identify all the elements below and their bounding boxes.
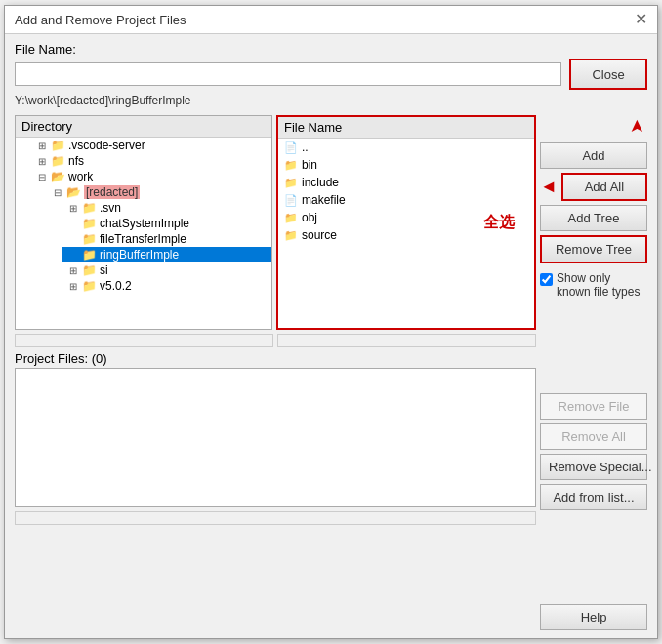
add-from-list-button[interactable]: Add from list... [540,484,647,510]
show-known-types-row: Show only known file types [540,271,647,299]
folder-icon: 📁 [284,229,298,242]
remove-tree-button[interactable]: Remove Tree [540,235,647,263]
expand-icon[interactable]: ⊞ [66,265,80,276]
tree-item-label: chatSystemImple [100,217,189,230]
expand-icon[interactable] [66,219,80,229]
list-item[interactable]: 📄 .. [278,139,534,156]
tree-item-label: ringBufferImple [100,248,179,262]
add-button[interactable]: Add [540,142,647,169]
tree-item[interactable]: ⊟ 📂 work [31,169,271,184]
expand-icon[interactable] [66,250,80,261]
folder-icon: 📂 [51,170,65,183]
file-name-input[interactable] [15,62,561,86]
tree-item[interactable]: 📁 chatSystemImple [62,216,271,231]
tree-item[interactable]: 📁 fileTransferImple [62,231,271,247]
file-panel-title: File Name [284,120,342,135]
add-all-button[interactable]: Add All [561,173,647,201]
help-button[interactable]: Help [540,604,647,630]
title-bar-close-button[interactable]: ✕ [635,12,647,27]
tree-item[interactable]: ⊞ 📁 si [62,262,271,278]
file-name-label: File Name: [15,42,647,57]
project-files-panel[interactable] [15,368,536,507]
arrow-left-icon: ◄ [540,177,558,197]
expand-icon[interactable]: ⊞ [66,281,80,292]
dir-scrollbar[interactable] [15,334,273,347]
path-label: Y:\work\[redacted]\ringBufferImple [15,94,647,107]
folder-icon: 📂 [66,185,81,199]
dialog: Add and Remove Project Files ✕ File Name… [4,5,658,639]
project-files-label: Project Files: (0) [15,351,536,366]
tree-item[interactable]: ⊞ 📁 .vscode-server [31,138,271,153]
title-bar: Add and Remove Project Files ✕ [5,6,657,34]
list-item[interactable]: 📁 source [278,226,534,244]
directory-panel-title: Directory [21,119,72,134]
file-item-label: .. [302,141,309,154]
file-scrollbar[interactable] [277,334,536,347]
directory-panel: Directory ⊞ 📁 .vscode-server ⊞ 📁 [15,115,272,330]
folder-icon: 📁 [82,263,97,277]
directory-panel-content[interactable]: ⊞ 📁 .vscode-server ⊞ 📁 nfs ⊟ [16,138,271,329]
expand-icon[interactable] [66,234,80,245]
close-button[interactable]: Close [569,59,647,90]
tree-item-label: work [68,170,93,183]
file-item-label: makefile [302,193,346,207]
scrollbar-row [15,334,536,347]
file-name-section: File Name: Close Y:\work\[redacted]\ring… [15,42,647,107]
folder-icon: 📁 [284,177,298,189]
tree-item-label: fileTransferImple [100,232,186,246]
expand-icon[interactable]: ⊞ [35,156,49,167]
directory-panel-header: Directory [16,116,271,138]
panels-row: Directory ⊞ 📁 .vscode-server ⊞ 📁 [15,115,536,330]
file-item-label: obj [302,211,317,224]
folder-icon: 📁 [82,201,97,215]
dialog-title: Add and Remove Project Files [15,13,186,27]
file-icon: 📄 [284,194,298,207]
tree-item-label: .svn [100,201,121,215]
remove-all-button[interactable]: Remove All [540,423,647,450]
add-tree-button[interactable]: Add Tree [540,205,647,231]
expand-icon[interactable]: ⊞ [66,203,80,214]
arrow-area: ➤ [540,115,647,137]
tree-item-label: [redacted] [84,185,140,199]
file-item-label: bin [302,158,317,172]
expand-icon[interactable]: ⊞ [35,141,49,151]
remove-special-button[interactable]: Remove Special... [540,454,647,480]
folder-icon: 📁 [82,248,97,262]
file-panel-content[interactable]: 📄 .. 📁 bin 📁 include [278,139,534,328]
folder-icon: 📁 [82,232,97,246]
tree-item-label: nfs [68,154,84,168]
folder-icon: 📁 [51,139,65,152]
bottom-scrollbar[interactable] [15,511,536,525]
add-all-row: ◄ Add All [540,173,647,201]
list-item[interactable]: 📁 bin [278,156,534,174]
tree-item-label: .vscode-server [68,139,145,152]
arrow-up-icon: ➤ [626,119,647,134]
folder-icon: 📁 [51,154,65,168]
remove-file-button[interactable]: Remove File [540,393,647,420]
tree-item[interactable]: 📁 ringBufferImple [62,247,271,262]
folder-icon: 📁 [82,279,97,293]
folder-icon: 📁 [284,212,298,224]
list-item[interactable]: 📁 obj [278,209,534,226]
tree-item[interactable]: ⊞ 📁 v5.0.2 [62,278,271,294]
list-item[interactable]: 📄 makefile [278,191,534,209]
folder-icon: 📁 [82,217,97,230]
tree-item-label: si [100,263,108,277]
expand-icon[interactable]: ⊟ [35,172,49,182]
file-panel: File Name 📄 .. 📁 bin [276,115,536,330]
tree-item[interactable]: ⊞ 📁 .svn [62,200,271,216]
file-item-label: include [302,176,339,189]
dialog-body: File Name: Close Y:\work\[redacted]\ring… [5,34,657,638]
file-item-label: source [302,228,337,242]
list-item[interactable]: 📁 include [278,174,534,191]
tree-item-label: v5.0.2 [100,279,132,293]
tree-item[interactable]: ⊟ 📂 [redacted] [47,184,271,200]
main-area: Directory ⊞ 📁 .vscode-server ⊞ 📁 [15,115,647,630]
expand-icon[interactable]: ⊟ [51,187,64,198]
tree-item[interactable]: ⊞ 📁 nfs [31,153,271,169]
folder-icon: 📁 [284,159,298,172]
project-files-section: Project Files: (0) [15,351,536,507]
left-panels: Directory ⊞ 📁 .vscode-server ⊞ 📁 [15,115,536,630]
show-known-types-checkbox[interactable] [540,273,553,286]
file-panel-header: File Name [278,117,534,139]
